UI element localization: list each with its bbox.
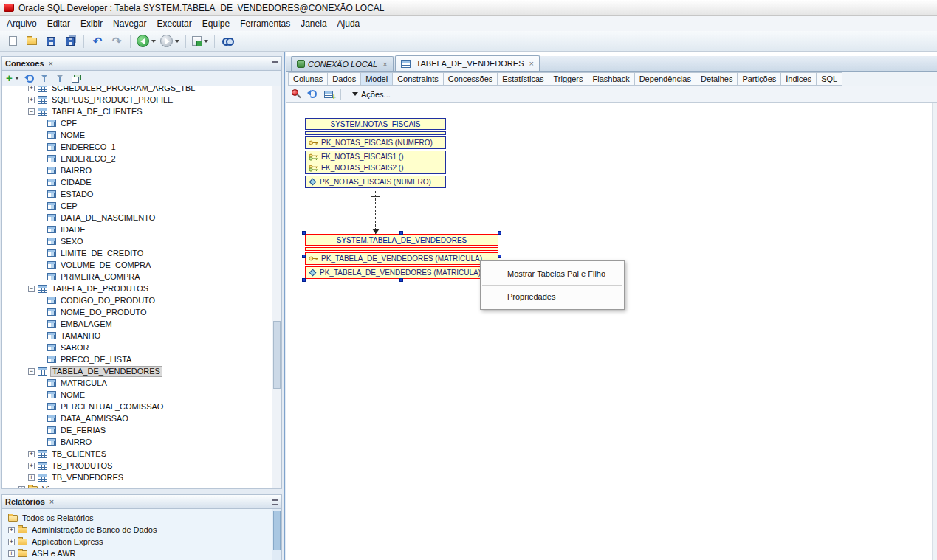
subtab-triggers[interactable]: Triggers — [549, 72, 588, 86]
expander-plus-icon[interactable]: + — [28, 86, 35, 91]
foreign-key-row[interactable]: FK_NOTAS_FISCAIS2 () — [306, 162, 445, 173]
open-folder-button[interactable] — [23, 33, 41, 49]
index-row[interactable]: PK_NOTAS_FISCAIS (NUMERO) — [306, 176, 445, 187]
tree-item-sqlplus-product-profile[interactable]: +SQLPLUS_PRODUCT_PROFILE — [2, 94, 281, 106]
selection-handle[interactable] — [302, 255, 306, 258]
minimize-panel-icon[interactable] — [272, 61, 278, 66]
tree-item-tb-clientes[interactable]: +TB_CLIENTES — [2, 448, 281, 460]
menu-navegar[interactable]: Navegar — [108, 17, 151, 30]
tree-item-idade[interactable]: IDADE — [2, 224, 281, 235]
report-item-todos-os-relatorios[interactable]: Todos os Relatórios — [2, 512, 281, 524]
report-item-application-express[interactable]: +Application Express — [2, 536, 281, 547]
tree-item-percentual-comissao[interactable]: PERCENTUAL_COMISSAO — [2, 401, 281, 412]
menu-executar[interactable]: Executar — [151, 17, 196, 30]
menu-editar[interactable]: Editar — [42, 17, 75, 30]
subtab-estatisticas[interactable]: Estatísticas — [498, 72, 549, 86]
primary-key-row[interactable]: PK_NOTAS_FISCAIS (NUMERO) — [306, 137, 445, 148]
find-button[interactable] — [219, 33, 237, 49]
tree-item-primeira-compra[interactable]: PRIMEIRA_COMPRA — [2, 271, 281, 283]
tree-item-views[interactable]: +Views — [2, 483, 281, 489]
close-tab-icon[interactable]: × — [529, 59, 533, 68]
tree-item-limite-de-credito[interactable]: LIMITE_DE_CREDITO — [2, 247, 281, 259]
tree-item-bairro[interactable]: BAIRRO — [2, 165, 281, 176]
clone-connection-button[interactable] — [72, 75, 81, 83]
subtab-concessoes[interactable]: Concessões — [444, 72, 498, 86]
new-document-button[interactable] — [4, 33, 21, 49]
actions-dropdown-button[interactable]: Ações... — [349, 89, 394, 100]
tree-item-nome-do-produto[interactable]: NOME_DO_PRODUTO — [2, 306, 281, 318]
subtab-colunas[interactable]: Colunas — [288, 72, 328, 86]
tree-item-matricula[interactable]: MATRICULA — [2, 377, 281, 389]
subtab-dados[interactable]: Dados — [328, 72, 361, 86]
tree-item-data-de-nascimento[interactable]: DATA_DE_NASCIMENTO — [2, 212, 281, 224]
tree-item-tabela-de-produtos[interactable]: −TABELA_DE_PRODUTOS — [2, 283, 281, 294]
tree-item-sabor[interactable]: SABOR — [2, 342, 281, 353]
tree-item-preco-de-lista[interactable]: PRECO_DE_LISTA — [2, 353, 281, 365]
selection-handle[interactable] — [302, 231, 306, 235]
menu-exibir[interactable]: Exibir — [75, 17, 108, 30]
report-item-administracao-de-banco-de-dados[interactable]: +Administração de Banco de Dados — [2, 524, 281, 536]
save-all-button[interactable] — [61, 33, 79, 49]
tree-item-cep[interactable]: CEP — [2, 200, 281, 212]
expander-plus-icon[interactable]: + — [28, 474, 35, 481]
menu-ferramentas[interactable]: Ferramentas — [235, 17, 295, 30]
close-panel-icon[interactable]: × — [49, 497, 54, 506]
refresh-icon[interactable] — [309, 90, 317, 98]
close-tab-icon[interactable]: × — [382, 60, 387, 69]
expander-plus-icon[interactable]: + — [28, 463, 35, 469]
expander-plus-icon[interactable]: + — [8, 550, 15, 557]
scrollbar-thumb[interactable] — [273, 511, 281, 550]
tree-item-cidade[interactable]: CIDADE — [2, 176, 281, 188]
filter-settings-button[interactable] — [56, 75, 65, 83]
sql-worksheet-button[interactable] — [191, 33, 210, 49]
tab-conexao-local[interactable]: CONEXÃO LOCAL× — [291, 56, 394, 71]
selection-handle[interactable] — [399, 278, 403, 282]
minimize-panel-icon[interactable] — [272, 499, 278, 505]
entity-notas-fiscais[interactable]: SYSTEM.NOTAS_FISCAIS PK_NOTAS_FISCAIS (N… — [305, 118, 446, 188]
menu-arquivo[interactable]: Arquivo — [1, 17, 42, 30]
expander-plus-icon[interactable]: + — [18, 486, 25, 490]
menu-item-mostrar-tabelas-pai-e-filho[interactable]: Mostrar Tabelas Pai e Filho — [481, 264, 624, 283]
tree-item-tb-vendedores[interactable]: +TB_VENDEDORES — [2, 471, 281, 483]
menu-janela[interactable]: Janela — [295, 17, 332, 30]
save-button[interactable] — [42, 33, 60, 49]
tree-item-estado[interactable]: ESTADO — [2, 188, 281, 200]
menu-item-propriedades[interactable]: Propriedades — [481, 287, 624, 306]
tree-item-tabela-de-clientes[interactable]: −TABELA_DE_CLIENTES — [2, 106, 281, 117]
expander-plus-icon[interactable]: + — [8, 527, 15, 533]
report-item-ash-e-awr[interactable]: +ASH e AWR — [2, 547, 281, 559]
subtab-indices[interactable]: Índices — [781, 72, 817, 86]
tree-item-tamanho[interactable]: TAMANHO — [2, 330, 281, 342]
tree-item-sexo[interactable]: SEXO — [2, 235, 281, 247]
tree-item-tb-produtos[interactable]: +TB_PRODUTOS — [2, 460, 281, 471]
expander-plus-icon[interactable]: + — [28, 451, 35, 457]
expander-minus-icon[interactable]: − — [28, 108, 35, 115]
tree-item-de-ferias[interactable]: DE_FERIAS — [2, 424, 281, 436]
primary-key-row[interactable]: PK_TABELA_DE_VENDEDORES (MATRICULA) — [306, 253, 498, 264]
subtab-detalhes[interactable]: Detalhes — [696, 72, 738, 86]
selection-handle[interactable] — [302, 278, 306, 282]
forward-button[interactable] — [159, 33, 181, 49]
entity-title[interactable]: SYSTEM.TABELA_DE_VENDEDORES — [305, 234, 498, 246]
tree-item-cpf[interactable]: CPF — [2, 117, 281, 129]
scrollbar-thumb[interactable] — [273, 321, 281, 389]
close-panel-icon[interactable]: × — [49, 59, 53, 68]
diagram-scrollbar[interactable] — [932, 103, 937, 560]
tree-item-codigo-do-produto[interactable]: CODIGO_DO_PRODUTO — [2, 294, 281, 306]
refresh-button[interactable] — [26, 75, 34, 83]
selection-handle[interactable] — [498, 255, 501, 258]
subtab-model[interactable]: Model — [361, 72, 393, 86]
entity-title[interactable]: SYSTEM.NOTAS_FISCAIS — [305, 118, 446, 130]
back-button[interactable] — [135, 33, 157, 49]
subtab-flashback[interactable]: Flashback — [588, 72, 635, 86]
tree-item-nome[interactable]: NOME — [2, 389, 281, 401]
tree-item-embalagem[interactable]: EMBALAGEM — [2, 318, 281, 330]
tree-item-scheduler-program-args-tbl[interactable]: +SCHEDULER_PROGRAM_ARGS_TBL — [2, 86, 281, 94]
expander-plus-icon[interactable]: + — [8, 539, 15, 545]
reports-tree-scrollbar[interactable] — [272, 509, 281, 560]
subtab-particoes[interactable]: Partições — [738, 72, 781, 86]
tree-item-tabela-de-vendedores[interactable]: −TABELA_DE_VENDEDORES — [2, 365, 281, 377]
selection-handle[interactable] — [498, 231, 501, 235]
menu-equipe[interactable]: Equipe — [197, 17, 235, 30]
tree-item-nome[interactable]: NOME — [2, 129, 281, 141]
